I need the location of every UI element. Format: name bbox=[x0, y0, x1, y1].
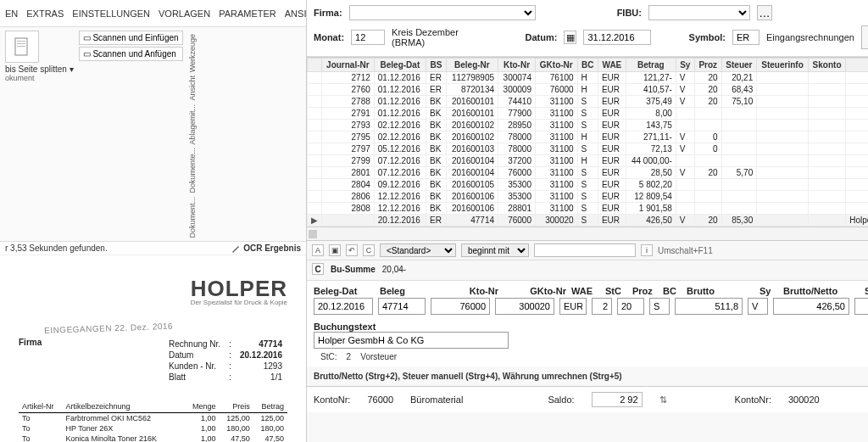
filter-icon[interactable]: A bbox=[312, 244, 324, 256]
kontonr2-value: 300020 bbox=[788, 394, 820, 405]
doc-line-items: Artikel-Nr Artikelbezeichnung Menge Prei… bbox=[19, 400, 287, 442]
doc-logo-sub: Der Spezialist für Druck & Kopie bbox=[19, 299, 287, 306]
lbl-sy: Sy bbox=[760, 286, 778, 296]
keyboard-hints: Brutto/Netto (Strg+2), Steuer manuell (S… bbox=[307, 366, 868, 386]
menu-en[interactable]: EN bbox=[5, 8, 18, 19]
undo-icon[interactable]: ↶ bbox=[346, 244, 358, 256]
lbl-belegdat: Beleg-Dat bbox=[314, 286, 375, 296]
in-wae[interactable] bbox=[559, 298, 587, 315]
header-form: Firma: FIBU: … Monat: Kreis Dezember (BR… bbox=[307, 0, 868, 57]
in-sy[interactable] bbox=[748, 298, 768, 315]
stc-line-val: 2 bbox=[347, 352, 352, 361]
svg-rect-3 bbox=[17, 46, 25, 47]
symbol-input[interactable] bbox=[732, 30, 760, 45]
lbl-bc: BC bbox=[663, 286, 682, 296]
doc-firma-label: Firma bbox=[19, 338, 42, 347]
table-row[interactable]: 280812.12.2016BK2016001062880131100SEUR1… bbox=[308, 203, 869, 215]
monat-label: Monat: bbox=[314, 32, 344, 42]
table-row[interactable]: 278801.12.2016BK2016001017441031100SEUR3… bbox=[308, 96, 869, 108]
datum-input[interactable] bbox=[583, 30, 651, 45]
in-bc[interactable] bbox=[649, 298, 670, 315]
saldo1-label: Saldo: bbox=[548, 394, 574, 405]
stc-line-label: StC: bbox=[320, 352, 337, 361]
table-row[interactable]: 279101.12.2016BK2016001017790031100SEUR8… bbox=[308, 108, 869, 120]
fibu-lookup-button[interactable]: … bbox=[757, 5, 772, 20]
in-brutto[interactable] bbox=[675, 298, 743, 315]
lbl-gktonr: GKto-Nr bbox=[504, 286, 566, 296]
vertical-tabs: Werkzeuge Ansicht Ablagemit... Dokumente… bbox=[188, 31, 197, 238]
in-beleg[interactable] bbox=[378, 298, 426, 315]
clear-icon[interactable]: C bbox=[363, 244, 375, 256]
lbl-steuer: Steuer bbox=[865, 286, 868, 296]
vtab-dokumente[interactable]: Dokumente... bbox=[188, 148, 197, 193]
scan-append-button[interactable]: ▭ Scannen und Anfügen bbox=[79, 47, 183, 61]
symbol-text: Eingangsrechnungen bbox=[766, 32, 854, 42]
vtab-dokument[interactable]: Dokument... bbox=[188, 197, 197, 238]
c-toggle[interactable]: C bbox=[312, 263, 324, 275]
in-belegdat[interactable] bbox=[314, 298, 373, 315]
table-row[interactable]: 271201.12.2016ER11279890530007476100HEUR… bbox=[308, 72, 869, 84]
vtab-werkzeuge[interactable]: Werkzeuge bbox=[188, 34, 197, 72]
in-stc[interactable] bbox=[592, 298, 612, 315]
firma-select[interactable] bbox=[349, 5, 536, 20]
in-kto[interactable] bbox=[431, 298, 490, 315]
firma-label: Firma: bbox=[314, 8, 342, 18]
vtab-ablage[interactable]: Ablagemit... bbox=[188, 104, 197, 145]
fibu-select[interactable] bbox=[648, 5, 750, 20]
document-preview[interactable]: HOLPER Der Spezialist für Druck & Kopie … bbox=[0, 255, 306, 442]
table-row[interactable]: 280409.12.2016BK2016001053530031100SEUR5… bbox=[308, 179, 869, 191]
table-row[interactable]: 279302.12.2016BK2016001022895031100SEUR1… bbox=[308, 120, 869, 131]
fibu-label: FIBU: bbox=[617, 8, 642, 18]
calendar-icon[interactable]: ▦ bbox=[564, 31, 576, 44]
in-gkto[interactable] bbox=[495, 298, 554, 315]
bu-summe-value: 20,04- bbox=[382, 265, 406, 274]
grid-scrollbar[interactable] bbox=[307, 227, 868, 241]
table-row[interactable]: ▶20.12.2016ER4771476000300020SEUR426,50V… bbox=[308, 215, 869, 227]
btext-label: Buchungstext bbox=[314, 322, 868, 332]
saldo1-input[interactable] bbox=[592, 392, 643, 407]
menu-parameter[interactable]: PARAMETER bbox=[219, 8, 276, 19]
table-row[interactable]: 276001.12.2016ER872013430000976000HEUR41… bbox=[308, 84, 869, 96]
menubar: EN EXTRAS EINSTELLUNGEN VORLAGEN PARAMET… bbox=[0, 0, 306, 27]
split-page-button[interactable]: bis Seite splitten ▾ bbox=[5, 63, 74, 74]
right-pane: Firma: FIBU: … Monat: Kreis Dezember (BR… bbox=[307, 0, 868, 442]
lbl-proz: Proz bbox=[632, 286, 658, 296]
journal-grid[interactable]: Journal-NrBeleg-DatBSBeleg-NrKto-NrGKto-… bbox=[307, 57, 868, 227]
table-row[interactable]: 279705.12.2016BK2016001037800031100SEUR7… bbox=[308, 143, 869, 155]
bottom-bar: KontoNr: 76000 Büromaterial Saldo: ⇅ Kon… bbox=[307, 386, 868, 412]
menu-extras[interactable]: EXTRAS bbox=[26, 8, 64, 19]
menu-einstellungen[interactable]: EINSTELLUNGEN bbox=[72, 8, 150, 19]
info-icon[interactable]: i bbox=[641, 244, 653, 256]
saldo1-spin[interactable]: ⇅ bbox=[659, 394, 667, 406]
left-toolbar: bis Seite splitten ▾ okument ▭ Scannen u… bbox=[0, 27, 306, 242]
table-row[interactable]: 279907.12.2016BK2016001043720031100HEUR4… bbox=[308, 155, 869, 167]
vtab-ansicht[interactable]: Ansicht bbox=[188, 76, 197, 101]
filter-preset-select[interactable]: <Standard> bbox=[380, 243, 456, 257]
document-icon[interactable] bbox=[5, 31, 39, 63]
status-seconds: r 3,53 Sekunden gefunden. bbox=[5, 243, 108, 253]
lbl-stc: StC bbox=[605, 286, 627, 296]
kontonr-label: KontoNr: bbox=[314, 394, 350, 405]
clipboard-icon[interactable]: ▣ bbox=[329, 244, 341, 256]
ocr-result-button[interactable]: OCR Ergebnis bbox=[243, 243, 301, 253]
monat-text: Kreis Dezember (BRMA) bbox=[392, 27, 487, 48]
menu-vorlagen[interactable]: VORLAGEN bbox=[159, 8, 210, 19]
bu-summe-label: Bu-Summe bbox=[331, 265, 376, 274]
table-row[interactable]: 280612.12.2016BK2016001063530031100SEUR1… bbox=[308, 191, 869, 203]
filter-value-input[interactable] bbox=[534, 243, 636, 257]
stc-line-text: Vorsteuer bbox=[360, 352, 397, 361]
filter-shortcut-hint: Umschalt+F11 bbox=[658, 246, 713, 255]
in-btext[interactable] bbox=[314, 332, 509, 349]
manual-bookings-button[interactable]: Manuelle Buchungen bbox=[861, 25, 868, 49]
in-proz[interactable] bbox=[617, 298, 644, 315]
table-row[interactable]: 280107.12.2016BK2016001047600031100SEUR2… bbox=[308, 167, 869, 179]
in-bruttonetto[interactable] bbox=[773, 298, 849, 315]
filter-op-select[interactable]: beginnt mit bbox=[461, 243, 529, 257]
scan-insert-button[interactable]: ▭ Scannen und Einfügen bbox=[79, 31, 183, 45]
table-row[interactable]: 279502.12.2016BK2016001027800031100HEUR2… bbox=[308, 131, 869, 143]
monat-input[interactable] bbox=[351, 30, 385, 45]
scan-append-label: Scannen und Anfügen bbox=[92, 49, 175, 59]
scanner-icon: ▭ bbox=[83, 33, 91, 42]
lbl-beleg: Beleg bbox=[380, 286, 431, 296]
in-steuer[interactable] bbox=[854, 298, 868, 315]
